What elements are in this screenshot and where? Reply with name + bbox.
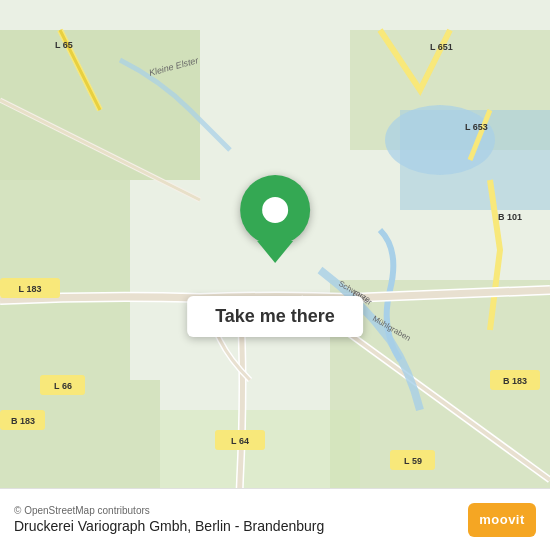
svg-text:L 183: L 183 bbox=[19, 284, 42, 294]
svg-text:L 65: L 65 bbox=[55, 40, 73, 50]
info-bar: © OpenStreetMap contributors Druckerei V… bbox=[0, 488, 550, 550]
location-pin-icon bbox=[240, 175, 310, 245]
location-name: Druckerei Variograph Gmbh, Berlin - Bran… bbox=[14, 518, 324, 534]
pin-inner-circle bbox=[262, 197, 288, 223]
info-left: © OpenStreetMap contributors Druckerei V… bbox=[14, 505, 324, 534]
svg-text:L 59: L 59 bbox=[404, 456, 422, 466]
svg-text:B 101: B 101 bbox=[498, 212, 522, 222]
svg-text:L 66: L 66 bbox=[54, 381, 72, 391]
take-me-there-button[interactable]: Take me there bbox=[187, 296, 363, 337]
svg-text:L 64: L 64 bbox=[231, 436, 249, 446]
svg-text:L 653: L 653 bbox=[465, 122, 488, 132]
svg-text:B 183: B 183 bbox=[503, 376, 527, 386]
moovit-logo-icon[interactable]: moovit bbox=[468, 503, 536, 537]
copyright-text: © OpenStreetMap contributors bbox=[14, 505, 324, 516]
svg-text:L 651: L 651 bbox=[430, 42, 453, 52]
location-pin-wrapper bbox=[235, 175, 315, 270]
action-overlay: Take me there bbox=[187, 175, 363, 337]
svg-text:B 183: B 183 bbox=[11, 416, 35, 426]
map-container: L 183 L 64 L 59 L 66 B 183 B 183 Kleine … bbox=[0, 0, 550, 550]
